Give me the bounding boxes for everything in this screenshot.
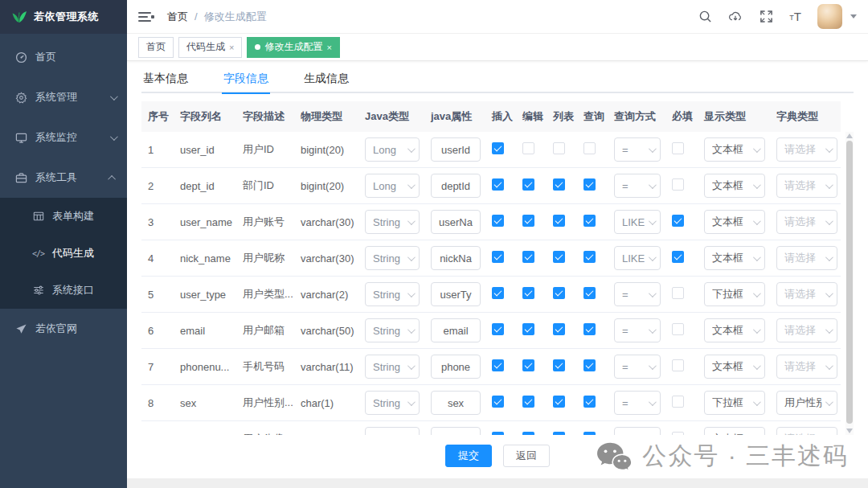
fullscreen-icon[interactable] [759, 10, 773, 24]
query-checkbox[interactable] [583, 251, 596, 263]
display-type-select[interactable]: 文本框 [704, 318, 765, 342]
display-type-select[interactable]: 文本框 [704, 137, 765, 162]
insert-checkbox[interactable] [492, 359, 504, 371]
query-checkbox[interactable] [583, 396, 596, 408]
query-type-select[interactable]: = [614, 427, 661, 435]
edit-checkbox[interactable] [522, 142, 534, 154]
display-type-select[interactable]: 文本框 [704, 355, 765, 379]
search-icon[interactable] [698, 10, 712, 24]
list-checkbox[interactable] [553, 178, 565, 191]
required-checkbox[interactable] [672, 359, 684, 371]
display-type-select[interactable]: 文本框 [704, 210, 765, 234]
edit-checkbox[interactable] [522, 251, 534, 263]
query-checkbox[interactable] [583, 142, 596, 154]
java-field-input[interactable]: email [431, 318, 481, 342]
required-checkbox[interactable] [672, 251, 684, 263]
edit-checkbox[interactable] [522, 323, 534, 335]
edit-checkbox[interactable] [522, 178, 534, 191]
list-checkbox[interactable] [553, 215, 565, 227]
dict-type-select[interactable]: 用户性别 [776, 391, 837, 415]
tag-code-generation[interactable]: 代码生成 × [178, 37, 242, 58]
scroll-down-arrow-icon[interactable] [846, 429, 853, 433]
java-field-input[interactable]: deptId [431, 174, 481, 198]
submit-button[interactable]: 提交 [445, 445, 492, 467]
dict-type-select[interactable]: 请选择 [776, 427, 837, 435]
dict-type-select[interactable]: 请选择 [776, 137, 837, 162]
java-type-select[interactable]: String [365, 210, 420, 234]
close-icon[interactable]: × [326, 43, 331, 52]
font-size-icon[interactable]: TT [789, 10, 801, 23]
list-checkbox[interactable] [553, 251, 565, 263]
java-type-select[interactable]: String [365, 355, 420, 379]
back-button[interactable]: 返回 [503, 445, 550, 467]
java-type-select[interactable]: String [365, 246, 420, 270]
list-checkbox[interactable] [553, 287, 565, 299]
insert-checkbox[interactable] [492, 142, 504, 154]
query-type-select[interactable]: LIKE [614, 210, 661, 234]
query-type-select[interactable]: = [614, 318, 661, 342]
sidebar-item-home[interactable]: 首页 [0, 37, 127, 77]
edit-checkbox[interactable] [522, 359, 534, 371]
caret-down-icon[interactable] [850, 14, 857, 18]
query-type-select[interactable]: = [614, 391, 661, 415]
sidebar-item-form-builder[interactable]: 表单构建 [0, 198, 127, 235]
required-checkbox[interactable] [672, 215, 684, 227]
close-icon[interactable]: × [229, 43, 234, 52]
query-checkbox[interactable] [583, 323, 596, 335]
list-checkbox[interactable] [553, 396, 565, 408]
list-checkbox[interactable] [553, 323, 565, 335]
sidebar-collapse-icon[interactable] [138, 10, 154, 23]
required-checkbox[interactable] [672, 396, 684, 408]
list-checkbox[interactable] [553, 142, 565, 154]
java-field-input[interactable]: avatar [431, 427, 481, 435]
java-type-select[interactable]: Long [365, 137, 420, 162]
edit-checkbox[interactable] [522, 215, 534, 227]
insert-checkbox[interactable] [492, 323, 504, 335]
java-type-select[interactable]: String [365, 282, 420, 306]
required-checkbox[interactable] [672, 178, 684, 191]
list-checkbox[interactable] [553, 359, 565, 371]
dict-type-select[interactable]: 请选择 [776, 282, 837, 306]
vertical-scrollbar[interactable] [845, 132, 854, 435]
java-type-select[interactable]: String [365, 391, 420, 415]
insert-checkbox[interactable] [492, 251, 504, 263]
query-type-select[interactable]: = [614, 355, 661, 379]
java-field-input[interactable]: sex [431, 391, 481, 415]
java-type-select[interactable]: Long [365, 174, 420, 198]
sidebar-item-system-management[interactable]: 系统管理 [0, 77, 127, 117]
tag-home[interactable]: 首页 [138, 37, 174, 58]
dict-type-select[interactable]: 请选择 [776, 210, 837, 234]
breadcrumb-home[interactable]: 首页 [167, 10, 188, 24]
insert-checkbox[interactable] [492, 287, 504, 299]
query-checkbox[interactable] [583, 359, 596, 371]
query-checkbox[interactable] [583, 287, 596, 299]
java-field-input[interactable]: userTy [431, 282, 481, 306]
required-checkbox[interactable] [672, 287, 684, 299]
cloud-download-icon[interactable] [728, 10, 743, 24]
query-type-select[interactable]: = [614, 137, 661, 162]
java-type-select[interactable]: String [365, 427, 420, 435]
sidebar-item-system-api[interactable]: 系统接口 [0, 272, 127, 309]
dict-type-select[interactable]: 请选择 [776, 174, 837, 198]
java-field-input[interactable]: userId [431, 137, 481, 162]
edit-checkbox[interactable] [522, 396, 534, 408]
sidebar-item-system-monitor[interactable]: 系统监控 [0, 117, 127, 158]
java-field-input[interactable]: phone [431, 355, 481, 379]
sidebar-item-ruoyi-website[interactable]: 若依官网 [0, 309, 127, 349]
query-checkbox[interactable] [583, 178, 596, 191]
insert-checkbox[interactable] [492, 215, 504, 227]
required-checkbox[interactable] [672, 323, 684, 335]
tab-generate-info[interactable]: 生成信息 [302, 65, 350, 92]
java-type-select[interactable]: String [365, 318, 420, 342]
tag-edit-gen-config[interactable]: 修改生成配置 × [247, 37, 339, 58]
query-checkbox[interactable] [583, 215, 596, 227]
query-type-select[interactable]: = [614, 282, 661, 306]
insert-checkbox[interactable] [492, 178, 504, 191]
display-type-select[interactable]: 下拉框 [704, 391, 765, 415]
dict-type-select[interactable]: 请选择 [776, 246, 837, 270]
sidebar-item-code-generation[interactable]: </> 代码生成 [0, 235, 127, 272]
edit-checkbox[interactable] [522, 287, 534, 299]
dict-type-select[interactable]: 请选择 [776, 318, 837, 342]
avatar[interactable] [817, 4, 842, 29]
display-type-select[interactable]: 文本框 [704, 246, 765, 270]
